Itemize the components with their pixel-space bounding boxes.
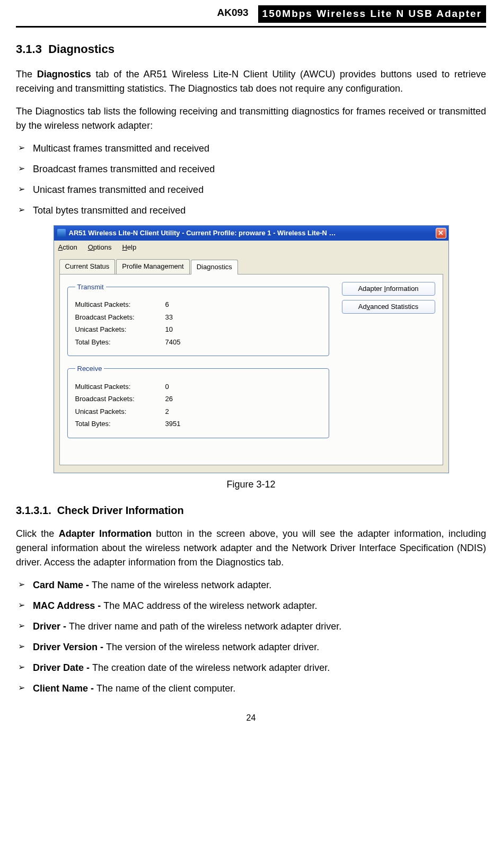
menu-options[interactable]: Options — [88, 242, 112, 253]
subsection-number: 3.1.3.1. — [16, 504, 51, 516]
list-item: Unicast frames transmitted and received — [16, 183, 486, 197]
stat-value: 3951 — [165, 419, 181, 429]
stat-value: 26 — [165, 394, 173, 404]
list-item: Client Name - The name of the client com… — [16, 681, 486, 696]
menu-help-rest: elp — [127, 243, 136, 251]
stat-row: Unicast Packets: 2 — [75, 406, 321, 417]
stat-label: Total Bytes: — [75, 419, 165, 429]
p1-bold: Diagnostics — [37, 69, 91, 79]
close-icon[interactable]: ✕ — [436, 228, 446, 238]
term: MAC Address - — [33, 600, 103, 611]
stat-value: 6 — [165, 299, 169, 310]
list-item: Driver - The driver name and path of the… — [16, 619, 486, 634]
transmit-group: Transmit Multicast Packets: 6 Broadcast … — [67, 282, 329, 357]
stat-row: Broadcast Packets: 33 — [75, 312, 321, 323]
menu-action-rest: ction — [63, 243, 77, 251]
section-heading: 3.1.3 Diagnostics — [16, 40, 486, 58]
stat-value: 7405 — [165, 337, 181, 348]
term: Card Name - — [33, 580, 92, 590]
menu-options-rest: ptions — [93, 243, 112, 251]
term: Driver - — [33, 621, 69, 632]
stat-row: Multicast Packets: 6 — [75, 299, 321, 310]
list-item: Driver Version - The version of the wire… — [16, 640, 486, 654]
desc: The name of the client computer. — [96, 683, 235, 694]
tab-current-status[interactable]: Current Status — [59, 259, 116, 274]
app-icon — [57, 229, 66, 237]
adapter-information-button[interactable]: Adapter Information — [342, 282, 435, 296]
tab-diagnostics[interactable]: Diagnostics — [191, 260, 238, 274]
desc: The creation date of the wireless networ… — [92, 662, 330, 673]
header-model: AK093 — [217, 5, 248, 23]
subsection-heading: 3.1.3.1. Check Driver Information — [16, 502, 486, 518]
term: Client Name - — [33, 683, 96, 694]
desc: The version of the wireless network adap… — [106, 642, 319, 652]
advanced-statistics-button[interactable]: Advanced Statistics — [342, 300, 435, 314]
menu-help[interactable]: Help — [122, 242, 136, 253]
page-number: 24 — [16, 712, 486, 724]
list-item: MAC Address - The MAC address of the wir… — [16, 599, 486, 613]
definition-list: Card Name - The name of the wireless net… — [16, 578, 486, 696]
titlebar: AR51 Wireless Lite-N Client Utility - Cu… — [54, 226, 448, 241]
side-buttons: Adapter Information Advanced Statistics — [342, 282, 435, 446]
stat-value: 33 — [165, 312, 173, 323]
list-item: Multicast frames transmitted and receive… — [16, 141, 486, 156]
stat-label: Multicast Packets: — [75, 299, 165, 310]
menu-action[interactable]: Action — [58, 242, 77, 253]
stat-row: Broadcast Packets: 26 — [75, 394, 321, 404]
subsection-title: Check Driver Information — [57, 504, 184, 516]
desc: The MAC address of the wireless network … — [103, 600, 317, 611]
p1-pre: The — [16, 69, 37, 79]
desc: The driver name and path of the wireless… — [69, 621, 341, 632]
page-header: AK093 150Mbps Wireless Lite N USB Adapte… — [16, 0, 486, 28]
tab-row: Current Status Profile Management Diagno… — [54, 254, 448, 274]
stat-label: Multicast Packets: — [75, 382, 165, 392]
stat-row: Multicast Packets: 0 — [75, 382, 321, 392]
stat-row: Unicast Packets: 10 — [75, 324, 321, 335]
tab-profile-management[interactable]: Profile Management — [116, 259, 189, 274]
receive-group: Receive Multicast Packets: 0 Broadcast P… — [67, 364, 329, 438]
stat-value: 10 — [165, 324, 173, 335]
stat-label: Broadcast Packets: — [75, 312, 165, 323]
p3-pre: Click the — [16, 528, 59, 539]
paragraph-1: The Diagnostics tab of the AR51 Wireless… — [16, 67, 486, 96]
p3-bold: Adapter Information — [59, 528, 152, 539]
paragraph-2: The Diagnostics tab lists the following … — [16, 104, 486, 133]
term: Driver Version - — [33, 642, 106, 652]
tab-panel: Transmit Multicast Packets: 6 Broadcast … — [59, 274, 443, 465]
stat-label: Total Bytes: — [75, 337, 165, 348]
list-item: Broadcast frames transmitted and receive… — [16, 162, 486, 176]
section-title: Diagnostics — [48, 42, 115, 56]
stat-label: Broadcast Packets: — [75, 394, 165, 404]
list-item: Total bytes transmitted and received — [16, 203, 486, 218]
paragraph-3: Click the Adapter Information button in … — [16, 527, 486, 570]
header-title: 150Mbps Wireless Lite N USB Adapter — [258, 5, 486, 23]
stat-row: Total Bytes: 3951 — [75, 419, 321, 429]
app-window: AR51 Wireless Lite-N Client Utility - Cu… — [54, 225, 449, 473]
stat-row: Total Bytes: 7405 — [75, 337, 321, 348]
stat-label: Unicast Packets: — [75, 406, 165, 417]
transmit-legend: Transmit — [75, 282, 106, 293]
figure-caption: Figure 3-12 — [16, 477, 486, 492]
term: Driver Date - — [33, 662, 92, 673]
menubar: Action Options Help — [54, 241, 448, 254]
window-title: AR51 Wireless Lite-N Client Utility - Cu… — [69, 228, 436, 238]
feature-list: Multicast frames transmitted and receive… — [16, 141, 486, 218]
stats-column: Transmit Multicast Packets: 6 Broadcast … — [67, 282, 329, 446]
desc: The name of the wireless network adapter… — [92, 580, 271, 590]
receive-legend: Receive — [75, 364, 104, 374]
stat-value: 2 — [165, 406, 169, 417]
stat-label: Unicast Packets: — [75, 324, 165, 335]
section-number: 3.1.3 — [16, 42, 42, 56]
stat-value: 0 — [165, 382, 169, 392]
list-item: Card Name - The name of the wireless net… — [16, 578, 486, 592]
list-item: Driver Date - The creation date of the w… — [16, 661, 486, 675]
